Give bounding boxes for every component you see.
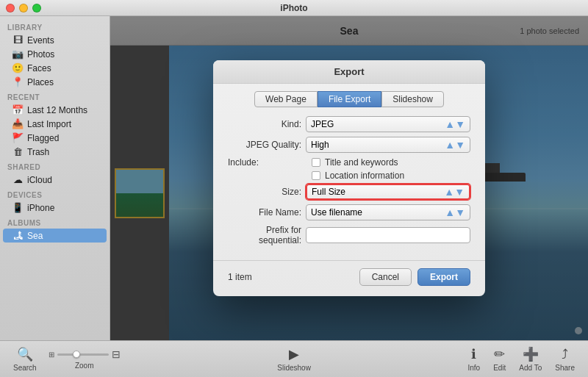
- sidebar-item-label: Photos: [27, 49, 54, 60]
- window-controls: [6, 4, 41, 12]
- sidebar-item-flagged[interactable]: 🚩 Flagged: [0, 131, 110, 145]
- kind-row: Kind: JPEG ▲▼: [228, 116, 470, 132]
- bottom-toolbar: 🔍 Search ⊞ ⊟ Zoom ▶ Slideshow ℹ Info ✏ E…: [0, 340, 588, 377]
- title-bar: iPhoto: [0, 0, 588, 16]
- modal-tabs: Web Page File Export Slideshow: [213, 84, 485, 113]
- album-icon: 🏞: [12, 230, 24, 241]
- zoom-thumb[interactable]: [73, 351, 80, 358]
- filename-select[interactable]: Use filename ▲▼: [306, 204, 470, 220]
- kind-label: Kind:: [228, 119, 301, 129]
- filename-select-arrow: ▲▼: [445, 209, 465, 215]
- sidebar-section-recent: RECENT: [0, 89, 110, 103]
- prefix-input[interactable]: [306, 227, 470, 243]
- sidebar-item-label: Last Import: [27, 119, 71, 129]
- sidebar: LIBRARY 🎞 Events 📷 Photos 🙂 Faces 📍 Plac…: [0, 16, 110, 340]
- sidebar-item-lastimport[interactable]: 📥 Last Import: [0, 117, 110, 131]
- kind-select-arrow: ▲▼: [445, 121, 465, 127]
- export-dialog: Export Web Page File Export Slideshow Ki…: [213, 60, 485, 296]
- sidebar-item-label: iCloud: [27, 175, 52, 185]
- sidebar-item-faces[interactable]: 🙂 Faces: [0, 61, 110, 75]
- sidebar-item-iphone[interactable]: 📱 iPhone: [0, 201, 110, 215]
- cancel-button[interactable]: Cancel: [359, 268, 412, 286]
- jpegquality-select-arrow: ▲▼: [445, 142, 465, 148]
- include-keywords-row: Include: Title and keywords: [228, 157, 470, 168]
- sidebar-item-places[interactable]: 📍 Places: [0, 75, 110, 89]
- size-value: Full Size: [312, 187, 345, 197]
- sidebar-item-sea[interactable]: 🏞 Sea: [3, 229, 107, 243]
- zoom-track[interactable]: [57, 353, 109, 356]
- sidebar-section-shared: SHARED: [0, 159, 110, 173]
- share-label: Share: [555, 364, 575, 372]
- sidebar-item-trash[interactable]: 🗑 Trash: [0, 145, 110, 159]
- include-keywords-checkbox[interactable]: [312, 158, 320, 167]
- events-icon: 🎞: [12, 35, 24, 46]
- share-toolbar-item[interactable]: ⤴ Share: [549, 345, 581, 374]
- slideshow-label: Slideshow: [277, 364, 311, 372]
- size-label: Size:: [228, 187, 301, 197]
- sidebar-item-label: Trash: [27, 147, 49, 157]
- size-row: Size: Full Size ▲▼: [228, 184, 470, 200]
- search-icon: 🔍: [17, 346, 33, 362]
- include-location-checkbox[interactable]: [312, 171, 320, 180]
- import-icon: 📥: [12, 118, 24, 129]
- footer-buttons: Cancel Export: [359, 268, 470, 286]
- sidebar-section-devices: DEVICES: [0, 187, 110, 201]
- zoom-slider[interactable]: ⊞ ⊟: [49, 348, 121, 360]
- sidebar-item-last12months[interactable]: 📅 Last 12 Months: [0, 103, 110, 117]
- sidebar-item-events[interactable]: 🎞 Events: [0, 33, 110, 47]
- filename-label: File Name:: [228, 207, 301, 218]
- include-location-row: Location information: [228, 170, 470, 181]
- sidebar-item-label: Sea: [27, 231, 43, 241]
- sidebar-item-label: Events: [27, 35, 54, 46]
- slideshow-toolbar-item[interactable]: ▶ Slideshow: [271, 344, 317, 374]
- kind-value: JPEG: [311, 119, 334, 129]
- tab-slideshow[interactable]: Slideshow: [381, 91, 444, 107]
- zoom-label: Zoom: [75, 362, 94, 370]
- faces-icon: 🙂: [12, 62, 24, 73]
- trash-icon: 🗑: [12, 146, 24, 157]
- info-toolbar-item[interactable]: ℹ Info: [462, 344, 486, 374]
- search-label: Search: [13, 364, 37, 372]
- jpegquality-select[interactable]: High ▲▼: [306, 137, 470, 153]
- edit-icon: ✏: [494, 346, 505, 362]
- edit-toolbar-item[interactable]: ✏ Edit: [487, 344, 512, 374]
- filename-value: Use filename: [311, 207, 362, 218]
- sidebar-item-label: Places: [27, 77, 54, 87]
- tab-webpage[interactable]: Web Page: [254, 91, 318, 107]
- tab-fileexport[interactable]: File Export: [318, 91, 381, 107]
- sidebar-item-label: Faces: [27, 63, 51, 73]
- addto-toolbar-item[interactable]: ➕ Add To: [513, 344, 548, 374]
- close-button[interactable]: [6, 4, 15, 12]
- sidebar-item-icloud[interactable]: ☁ iCloud: [0, 173, 110, 187]
- modal-title: Export: [213, 60, 485, 84]
- icloud-icon: ☁: [12, 174, 24, 185]
- include-location-text: Location information: [325, 170, 404, 181]
- sidebar-item-label: Last 12 Months: [27, 105, 87, 115]
- sidebar-item-photos[interactable]: 📷 Photos: [0, 47, 110, 61]
- edit-label: Edit: [493, 364, 506, 372]
- calendar-icon: 📅: [12, 104, 24, 115]
- filename-row: File Name: Use filename ▲▼: [228, 204, 470, 220]
- jpegquality-value: High: [311, 140, 329, 150]
- info-icon: ℹ: [471, 346, 476, 362]
- photos-icon: 📷: [12, 49, 24, 60]
- modal-overlay: Export Web Page File Export Slideshow Ki…: [110, 16, 588, 340]
- zoom-toolbar-item: ⊞ ⊟ Zoom: [43, 346, 126, 372]
- export-button[interactable]: Export: [417, 268, 470, 286]
- play-icon: ▶: [289, 346, 299, 362]
- kind-select[interactable]: JPEG ▲▼: [306, 116, 470, 132]
- item-count: 1 item: [228, 272, 252, 282]
- prefix-row: Prefix for sequential:: [228, 225, 470, 245]
- jpegquality-row: JPEG Quality: High ▲▼: [228, 137, 470, 153]
- zoom-small-icon: ⊞: [49, 351, 54, 359]
- zoom-large-icon: ⊟: [112, 348, 121, 360]
- size-select[interactable]: Full Size ▲▼: [306, 184, 470, 200]
- iphone-icon: 📱: [12, 202, 24, 213]
- include-label-area: Include:: [228, 157, 307, 168]
- content-area: Sea 1 photo selected: [110, 16, 588, 340]
- flag-icon: 🚩: [12, 132, 24, 143]
- search-toolbar-item[interactable]: 🔍 Search: [7, 344, 43, 374]
- sidebar-section-library: LIBRARY: [0, 19, 110, 33]
- minimize-button[interactable]: [19, 4, 28, 12]
- maximize-button[interactable]: [32, 4, 41, 12]
